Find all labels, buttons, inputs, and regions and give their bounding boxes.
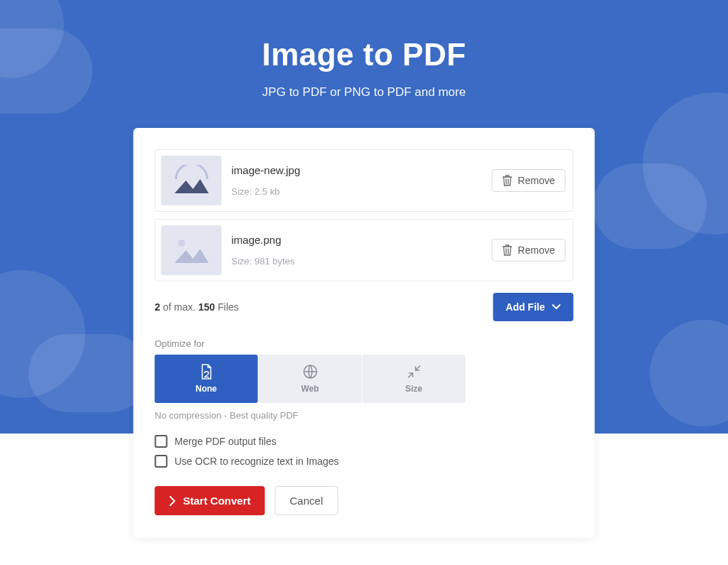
file-row: image-new.jpg Size: 2.5 kb Remove [155, 149, 574, 212]
pdf-icon [198, 364, 214, 380]
convert-label: Start Convert [183, 495, 251, 507]
optimize-tab-web[interactable]: Web [259, 355, 362, 403]
trash-icon [502, 244, 512, 256]
file-name: image.png [232, 234, 492, 246]
chevron-right-icon [169, 496, 176, 506]
converter-card: image-new.jpg Size: 2.5 kb Remove image.… [134, 128, 595, 538]
counter-mid: of max. [160, 301, 198, 313]
remove-label: Remove [518, 175, 555, 186]
compress-icon [406, 364, 422, 380]
merge-checkbox[interactable] [155, 435, 168, 448]
add-file-button[interactable]: Add File [493, 293, 573, 321]
file-thumbnail [161, 225, 222, 275]
optimize-tab-none[interactable]: None [155, 355, 258, 403]
chevron-down-icon [552, 304, 561, 310]
remove-file-button[interactable]: Remove [491, 169, 565, 192]
file-name: image-new.jpg [232, 164, 492, 176]
file-info: image-new.jpg Size: 2.5 kb [232, 164, 492, 197]
optimize-description: No compression - Best quality PDF [155, 410, 574, 421]
optimize-label: Optimize for [155, 338, 574, 349]
optimize-tab-label: Size [405, 384, 422, 394]
cloud-decoration [593, 163, 707, 249]
svg-point-2 [178, 240, 185, 247]
page-title: Image to PDF [0, 0, 728, 72]
cancel-label: Cancel [290, 495, 323, 507]
file-info: image.png Size: 981 bytes [232, 234, 492, 267]
counter-current: 2 [155, 301, 161, 313]
counter-max: 150 [198, 301, 215, 313]
trash-icon [502, 175, 512, 186]
remove-file-button[interactable]: Remove [491, 239, 565, 262]
cloud-decoration [28, 334, 149, 412]
optimize-tab-size[interactable]: Size [363, 355, 466, 403]
counter-suffix: Files [215, 301, 238, 313]
optimize-tabs: None Web Size [155, 355, 574, 403]
image-icon [171, 235, 211, 266]
file-size: Size: 981 bytes [232, 256, 492, 267]
globe-icon [302, 364, 318, 380]
cloud-decoration [0, 28, 92, 114]
file-row: image.png Size: 981 bytes Remove [155, 219, 574, 281]
merge-label: Merge PDF output files [175, 436, 277, 447]
file-counter: 2 of max. 150 Files [155, 301, 239, 313]
image-icon [171, 165, 211, 196]
optimize-tab-label: None [196, 384, 217, 394]
action-row: Start Convert Cancel [155, 486, 574, 515]
file-size: Size: 2.5 kb [232, 186, 492, 197]
start-convert-button[interactable]: Start Convert [155, 486, 265, 515]
page-subtitle: JPG to PDF or PNG to PDF and more [0, 85, 728, 99]
counter-row: 2 of max. 150 Files Add File [155, 293, 574, 321]
ocr-option-row: Use OCR to recognize text in Images [155, 455, 574, 468]
cloud-decoration [650, 320, 728, 426]
ocr-checkbox[interactable] [155, 455, 168, 468]
ocr-label: Use OCR to recognize text in Images [175, 456, 339, 467]
add-file-label: Add File [505, 301, 545, 313]
merge-option-row: Merge PDF output files [155, 435, 574, 448]
file-thumbnail [161, 156, 222, 205]
remove-label: Remove [518, 244, 555, 256]
optimize-tab-label: Web [301, 384, 318, 394]
cancel-button[interactable]: Cancel [275, 486, 338, 515]
